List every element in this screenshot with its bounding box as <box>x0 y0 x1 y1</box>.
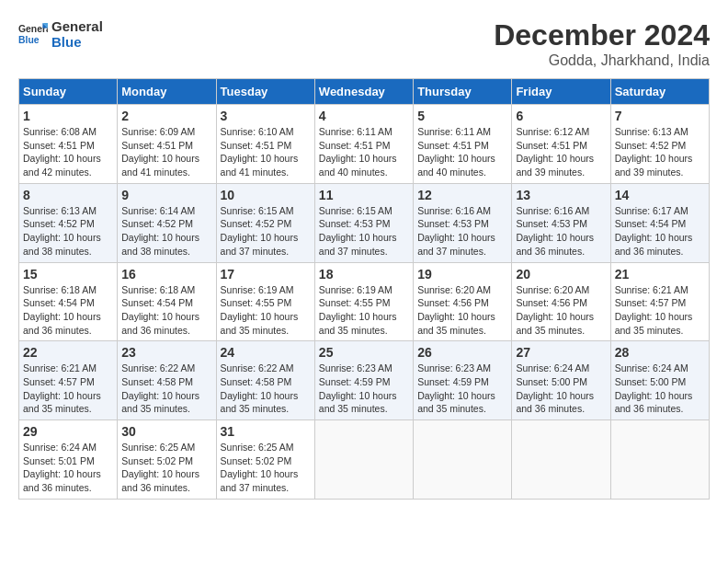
daylight-text: Daylight: 10 hours and 38 minutes. <box>23 232 101 257</box>
day-number: 8 <box>23 188 113 202</box>
sunrise-text: Sunrise: 6:19 AM <box>319 284 392 295</box>
sunrise-text: Sunrise: 6:23 AM <box>319 362 392 373</box>
calendar-cell: 5 Sunrise: 6:11 AM Sunset: 4:51 PM Dayli… <box>414 105 512 184</box>
day-number: 18 <box>319 267 409 282</box>
sunrise-text: Sunrise: 6:25 AM <box>221 442 294 453</box>
day-info: Sunrise: 6:16 AM Sunset: 4:53 PM Dayligh… <box>417 204 507 259</box>
sunset-text: Sunset: 4:58 PM <box>121 376 193 387</box>
calendar-week-row: 15 Sunrise: 6:18 AM Sunset: 4:54 PM Dayl… <box>19 262 710 341</box>
daylight-text: Daylight: 10 hours and 37 minutes. <box>319 232 397 257</box>
day-info: Sunrise: 6:18 AM Sunset: 4:54 PM Dayligh… <box>23 283 113 338</box>
sunset-text: Sunset: 4:58 PM <box>221 376 292 387</box>
svg-text:Blue: Blue <box>18 35 40 45</box>
day-number: 3 <box>221 109 311 123</box>
calendar-header-wednesday: Wednesday <box>314 79 413 105</box>
sunrise-text: Sunrise: 6:13 AM <box>23 205 97 216</box>
calendar-header-friday: Friday <box>512 79 610 105</box>
day-number: 6 <box>516 109 606 123</box>
daylight-text: Daylight: 10 hours and 35 minutes. <box>221 390 299 415</box>
sunrise-text: Sunrise: 6:17 AM <box>615 205 688 216</box>
daylight-text: Daylight: 10 hours and 35 minutes. <box>221 311 299 336</box>
sunrise-text: Sunrise: 6:13 AM <box>615 126 688 137</box>
day-info: Sunrise: 6:22 AM Sunset: 4:58 PM Dayligh… <box>221 362 311 416</box>
sunset-text: Sunset: 4:55 PM <box>319 297 391 308</box>
day-number: 13 <box>516 188 606 202</box>
day-info: Sunrise: 6:13 AM Sunset: 4:52 PM Dayligh… <box>23 204 113 259</box>
daylight-text: Daylight: 10 hours and 36 minutes. <box>615 390 693 415</box>
day-info: Sunrise: 6:20 AM Sunset: 4:56 PM Dayligh… <box>417 283 507 338</box>
sunset-text: Sunset: 4:54 PM <box>23 297 95 308</box>
sunset-text: Sunset: 4:52 PM <box>23 218 95 229</box>
sunset-text: Sunset: 4:51 PM <box>417 140 489 151</box>
calendar-cell: 6 Sunrise: 6:12 AM Sunset: 4:51 PM Dayli… <box>512 105 610 184</box>
sunrise-text: Sunrise: 6:14 AM <box>121 205 195 216</box>
daylight-text: Daylight: 10 hours and 39 minutes. <box>615 153 693 178</box>
calendar-week-row: 22 Sunrise: 6:21 AM Sunset: 4:57 PM Dayl… <box>19 341 710 420</box>
day-number: 16 <box>121 267 211 282</box>
calendar-cell: 26 Sunrise: 6:23 AM Sunset: 4:59 PM Dayl… <box>414 341 512 420</box>
sunrise-text: Sunrise: 6:21 AM <box>23 362 97 373</box>
sunrise-text: Sunrise: 6:19 AM <box>221 284 294 295</box>
daylight-text: Daylight: 10 hours and 36 minutes. <box>121 311 199 336</box>
sunset-text: Sunset: 4:55 PM <box>221 297 292 308</box>
day-info: Sunrise: 6:18 AM Sunset: 4:54 PM Dayligh… <box>121 283 211 338</box>
daylight-text: Daylight: 10 hours and 35 minutes. <box>615 311 693 336</box>
sunset-text: Sunset: 4:52 PM <box>615 140 687 151</box>
daylight-text: Daylight: 10 hours and 35 minutes. <box>417 311 495 336</box>
sunset-text: Sunset: 4:52 PM <box>221 218 292 229</box>
calendar-cell: 12 Sunrise: 6:16 AM Sunset: 4:53 PM Dayl… <box>414 183 512 262</box>
day-info: Sunrise: 6:10 AM Sunset: 4:51 PM Dayligh… <box>221 125 311 179</box>
day-info: Sunrise: 6:15 AM Sunset: 4:52 PM Dayligh… <box>221 204 311 259</box>
calendar-cell: 1 Sunrise: 6:08 AM Sunset: 4:51 PM Dayli… <box>19 105 118 184</box>
calendar-cell: 19 Sunrise: 6:20 AM Sunset: 4:56 PM Dayl… <box>414 262 512 341</box>
day-number: 30 <box>121 424 211 439</box>
day-number: 15 <box>23 267 113 282</box>
day-info: Sunrise: 6:16 AM Sunset: 4:53 PM Dayligh… <box>516 204 606 259</box>
calendar-cell: 15 Sunrise: 6:18 AM Sunset: 4:54 PM Dayl… <box>19 262 118 341</box>
daylight-text: Daylight: 10 hours and 40 minutes. <box>417 153 495 178</box>
calendar-cell: 18 Sunrise: 6:19 AM Sunset: 4:55 PM Dayl… <box>314 262 413 341</box>
sunrise-text: Sunrise: 6:22 AM <box>221 362 294 373</box>
calendar-cell: 27 Sunrise: 6:24 AM Sunset: 5:00 PM Dayl… <box>512 341 610 420</box>
day-info: Sunrise: 6:14 AM Sunset: 4:52 PM Dayligh… <box>121 204 211 259</box>
day-number: 20 <box>516 267 606 282</box>
calendar-header-tuesday: Tuesday <box>216 79 314 105</box>
day-number: 27 <box>516 345 606 360</box>
daylight-text: Daylight: 10 hours and 40 minutes. <box>319 153 397 178</box>
day-info: Sunrise: 6:24 AM Sunset: 5:00 PM Dayligh… <box>615 362 705 416</box>
sunrise-text: Sunrise: 6:15 AM <box>221 205 294 216</box>
calendar-cell: 3 Sunrise: 6:10 AM Sunset: 4:51 PM Dayli… <box>216 105 314 184</box>
sunset-text: Sunset: 5:00 PM <box>516 376 587 387</box>
calendar-header-row: SundayMondayTuesdayWednesdayThursdayFrid… <box>19 79 710 105</box>
sunrise-text: Sunrise: 6:16 AM <box>516 205 589 216</box>
day-info: Sunrise: 6:12 AM Sunset: 4:51 PM Dayligh… <box>516 125 606 179</box>
title-section: December 2024 Godda, Jharkhand, India <box>494 18 710 69</box>
sunset-text: Sunset: 5:00 PM <box>615 376 687 387</box>
sunset-text: Sunset: 4:51 PM <box>516 140 587 151</box>
calendar-week-row: 1 Sunrise: 6:08 AM Sunset: 4:51 PM Dayli… <box>19 105 710 184</box>
sunrise-text: Sunrise: 6:25 AM <box>121 442 195 453</box>
sunset-text: Sunset: 4:51 PM <box>121 140 193 151</box>
sunset-text: Sunset: 4:53 PM <box>319 218 391 229</box>
day-info: Sunrise: 6:11 AM Sunset: 4:51 PM Dayligh… <box>319 125 409 179</box>
sunset-text: Sunset: 5:02 PM <box>221 455 292 466</box>
daylight-text: Daylight: 10 hours and 35 minutes. <box>516 311 594 336</box>
day-info: Sunrise: 6:11 AM Sunset: 4:51 PM Dayligh… <box>417 125 507 179</box>
daylight-text: Daylight: 10 hours and 36 minutes. <box>23 468 101 493</box>
day-number: 7 <box>615 109 705 123</box>
day-info: Sunrise: 6:13 AM Sunset: 4:52 PM Dayligh… <box>615 125 705 179</box>
daylight-text: Daylight: 10 hours and 35 minutes. <box>319 311 397 336</box>
calendar-cell: 10 Sunrise: 6:15 AM Sunset: 4:52 PM Dayl… <box>216 183 314 262</box>
calendar-week-row: 8 Sunrise: 6:13 AM Sunset: 4:52 PM Dayli… <box>19 183 710 262</box>
sunset-text: Sunset: 4:51 PM <box>221 140 292 151</box>
page-subtitle: Godda, Jharkhand, India <box>494 52 710 69</box>
calendar-cell: 16 Sunrise: 6:18 AM Sunset: 4:54 PM Dayl… <box>118 262 216 341</box>
day-info: Sunrise: 6:21 AM Sunset: 4:57 PM Dayligh… <box>615 283 705 338</box>
day-number: 2 <box>121 109 211 123</box>
daylight-text: Daylight: 10 hours and 36 minutes. <box>23 311 101 336</box>
calendar-cell <box>512 420 610 500</box>
day-info: Sunrise: 6:19 AM Sunset: 4:55 PM Dayligh… <box>319 283 409 338</box>
logo-text: GeneralBlue <box>51 18 103 51</box>
sunset-text: Sunset: 4:54 PM <box>615 218 687 229</box>
calendar-cell: 30 Sunrise: 6:25 AM Sunset: 5:02 PM Dayl… <box>118 420 216 500</box>
